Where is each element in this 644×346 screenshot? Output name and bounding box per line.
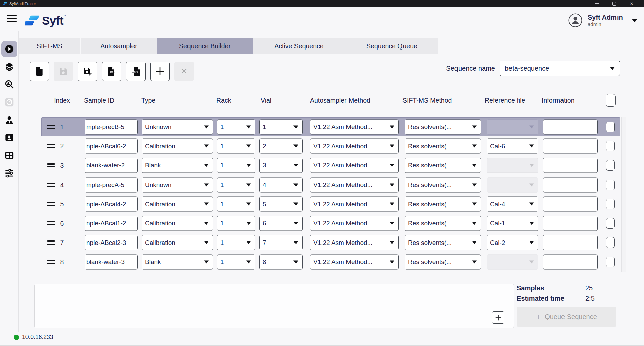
hamburger-menu-icon[interactable] (7, 15, 17, 24)
chevron-down-icon[interactable] (632, 19, 638, 22)
tab[interactable]: Sequence Builder (157, 38, 253, 54)
row-checkbox[interactable] (606, 180, 615, 190)
rack-select[interactable]: 1 (217, 177, 255, 192)
sample-id-input[interactable]: mple-precB-5 (85, 119, 138, 134)
import-sequence-button[interactable] (126, 62, 146, 81)
type-select[interactable]: Calibration (142, 197, 213, 212)
row-checkbox[interactable] (606, 218, 615, 229)
new-sequence-button[interactable] (30, 62, 49, 81)
user-menu[interactable]: Syft Admin admin (568, 13, 638, 27)
row-checkbox[interactable] (606, 141, 615, 151)
type-select[interactable]: Blank (142, 254, 213, 269)
information-input[interactable] (543, 254, 598, 269)
sidebar-item-layers[interactable] (1, 59, 17, 75)
drag-handle-icon[interactable] (47, 258, 55, 266)
sift-ms-method-select[interactable]: Res solvents(... (405, 158, 481, 173)
sidebar-item-play[interactable] (1, 41, 17, 57)
information-input[interactable] (543, 235, 598, 250)
maximize-icon[interactable] (605, 0, 623, 7)
export-sequence-button[interactable] (102, 62, 121, 81)
row-checkbox[interactable] (606, 237, 615, 248)
rack-select[interactable]: 1 (217, 139, 255, 154)
delete-row-button[interactable]: ✕ (174, 62, 194, 81)
information-input[interactable] (543, 158, 598, 173)
save-sequence-button[interactable] (54, 62, 73, 81)
vial-select[interactable]: 6 (259, 216, 303, 231)
autosampler-method-select[interactable]: V1.22 Asm Method... (310, 197, 399, 212)
drag-handle-icon[interactable] (47, 162, 55, 169)
row-checkbox[interactable] (606, 257, 615, 267)
information-input[interactable] (543, 177, 598, 192)
type-select[interactable]: Calibration (142, 235, 213, 250)
select-all-checkbox[interactable] (606, 94, 616, 107)
reference-file-select[interactable]: Cal-2 (487, 235, 538, 250)
row-checkbox[interactable] (606, 160, 615, 171)
vial-select[interactable]: 4 (259, 177, 303, 192)
sample-id-input[interactable]: nple-ABcal2-3 (85, 235, 138, 250)
sift-ms-method-select[interactable]: Res solvents(... (405, 177, 481, 192)
drag-handle-icon[interactable] (47, 123, 55, 131)
add-row-button[interactable] (150, 62, 170, 81)
vial-select[interactable]: 1 (259, 119, 303, 134)
sift-ms-method-select[interactable]: Res solvents(... (405, 139, 481, 154)
drag-handle-icon[interactable] (47, 220, 55, 227)
rack-select[interactable]: 1 (217, 197, 255, 212)
tab[interactable]: SIFT-MS (19, 38, 80, 54)
sample-id-input[interactable]: nple-ABcal1-2 (85, 216, 138, 231)
information-input[interactable] (543, 139, 598, 154)
rack-select[interactable]: 1 (217, 235, 255, 250)
drag-handle-icon[interactable] (47, 200, 55, 208)
sidebar-item-search-report[interactable] (1, 76, 17, 92)
autosampler-method-select[interactable]: V1.22 Asm Method... (310, 254, 399, 269)
autosampler-method-select[interactable]: V1.22 Asm Method... (310, 139, 399, 154)
close-icon[interactable]: ✕ (623, 0, 640, 7)
autosampler-method-select[interactable]: V1.22 Asm Method... (310, 177, 399, 192)
rack-select[interactable]: 1 (217, 216, 255, 231)
sample-id-input[interactable]: nple-ABcal4-2 (85, 197, 138, 212)
reference-file-select[interactable] (487, 254, 538, 269)
information-input[interactable] (543, 119, 598, 134)
sequence-name-select[interactable]: beta-sequence (500, 61, 620, 76)
rack-select[interactable]: 1 (217, 254, 255, 269)
autosampler-method-select[interactable]: V1.22 Asm Method... (310, 216, 399, 231)
reference-file-select[interactable]: Cal-1 (487, 216, 538, 231)
sample-id-input[interactable]: nple-ABcal6-2 (85, 139, 138, 154)
rack-select[interactable]: 1 (217, 158, 255, 173)
type-select[interactable]: Calibration (142, 216, 213, 231)
vial-select[interactable]: 5 (259, 197, 303, 212)
autosampler-method-select[interactable]: V1.22 Asm Method... (310, 119, 399, 134)
tab[interactable]: Active Sequence (253, 38, 345, 54)
rack-select[interactable]: 1 (217, 119, 255, 134)
type-select[interactable]: Calibration (142, 139, 213, 154)
type-select[interactable]: Unknown (142, 119, 213, 134)
drag-handle-icon[interactable] (47, 142, 55, 150)
autosampler-method-select[interactable]: V1.22 Asm Method... (310, 235, 399, 250)
reference-file-select[interactable]: Cal-4 (487, 197, 538, 212)
type-select[interactable]: Unknown (142, 177, 213, 192)
autosampler-method-select[interactable]: V1.22 Asm Method... (310, 158, 399, 173)
sift-ms-method-select[interactable]: Res solvents(... (405, 197, 481, 212)
sample-id-input[interactable]: mple-precA-5 (85, 177, 138, 192)
vial-select[interactable]: 2 (259, 139, 303, 154)
reference-file-select[interactable] (487, 177, 538, 192)
information-input[interactable] (543, 216, 598, 231)
table-scrollbar[interactable] (621, 117, 626, 272)
queue-sequence-button[interactable]: + Queue Sequence (517, 307, 616, 327)
type-select[interactable]: Blank (142, 158, 213, 173)
row-checkbox[interactable] (606, 122, 615, 132)
reference-file-select[interactable]: Cal-6 (487, 139, 538, 154)
sample-id-input[interactable]: blank-water-2 (85, 158, 138, 173)
vial-select[interactable]: 7 (259, 235, 303, 250)
tab[interactable]: Sequence Queue (345, 38, 438, 54)
reference-file-select[interactable] (487, 119, 538, 134)
tab[interactable]: Autosampler (81, 38, 157, 54)
sample-id-input[interactable]: blank-water-3 (85, 254, 138, 269)
sift-ms-method-select[interactable]: Res solvents(... (405, 216, 481, 231)
sift-ms-method-select[interactable]: Res solvents(... (405, 235, 481, 250)
information-input[interactable] (543, 197, 598, 212)
drag-handle-icon[interactable] (47, 239, 55, 246)
reference-file-select[interactable] (487, 158, 538, 173)
drag-handle-icon[interactable] (47, 181, 55, 188)
panel-add-button[interactable] (492, 311, 504, 324)
vial-select[interactable]: 8 (259, 254, 303, 269)
